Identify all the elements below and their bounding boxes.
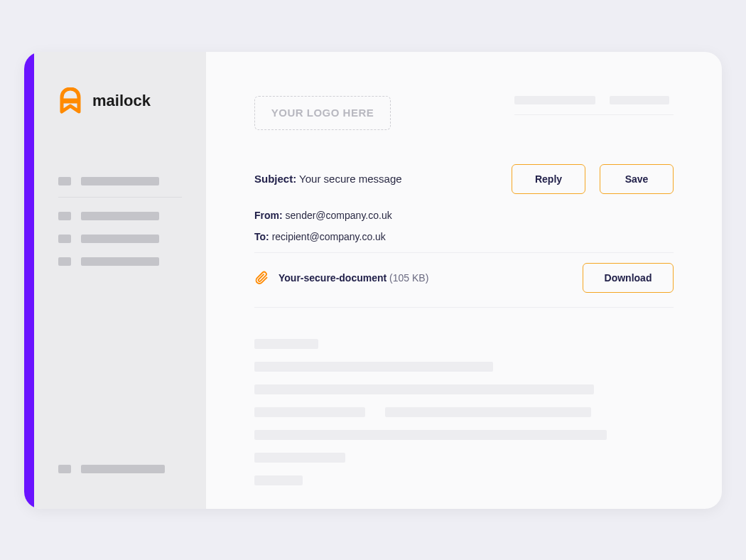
placeholder-icon <box>58 257 71 266</box>
list-item[interactable] <box>58 170 182 198</box>
from-value: sender@company.co.uk <box>286 210 392 221</box>
attachment-row: Your-secure-document (105 KB) Download <box>254 263 674 308</box>
app-window: mailock <box>24 52 722 509</box>
brand-name: mailock <box>92 92 151 110</box>
list-item[interactable] <box>58 227 182 250</box>
to-label: To: <box>254 231 269 242</box>
placeholder-label <box>254 475 303 485</box>
list-item[interactable] <box>58 205 182 227</box>
email-meta: Subject: Your secure message Reply Save … <box>254 164 674 253</box>
to-line: To: recipient@company.co.uk <box>254 231 674 242</box>
attachment-info: Your-secure-document (105 KB) <box>254 271 428 285</box>
paperclip-icon <box>254 271 269 285</box>
placeholder-label <box>254 362 493 372</box>
download-button[interactable]: Download <box>583 263 674 293</box>
sidebar-nav <box>58 170 182 273</box>
email-body <box>254 339 674 485</box>
list-item[interactable] <box>58 250 182 273</box>
placeholder-label <box>385 407 591 417</box>
reply-button[interactable]: Reply <box>512 164 585 194</box>
subject-label: Subject: <box>254 173 296 185</box>
attachment-filename: Your-secure-document <box>279 272 386 284</box>
save-button[interactable]: Save <box>600 164 674 194</box>
subject-text: Subject: Your secure message <box>254 173 402 185</box>
subject-row: Subject: Your secure message Reply Save <box>254 164 674 194</box>
placeholder-label <box>610 96 669 104</box>
placeholder-icon <box>58 465 71 473</box>
from-label: From: <box>254 210 283 221</box>
subject-value: Your secure message <box>299 173 402 185</box>
main-content: YOUR LOGO HERE Subject: Your secure mess… <box>206 52 722 509</box>
placeholder-label <box>254 339 318 349</box>
attachment-filesize: (105 KB) <box>389 272 428 284</box>
attachment-name: Your-secure-document (105 KB) <box>279 272 428 284</box>
mailock-logo-icon <box>58 87 82 114</box>
placeholder-label <box>514 96 595 104</box>
list-item[interactable] <box>58 458 182 480</box>
from-line: From: sender@company.co.uk <box>254 210 674 221</box>
sidebar-footer <box>58 458 182 480</box>
header-meta <box>514 96 674 115</box>
placeholder-label <box>254 430 607 440</box>
sidebar: mailock <box>34 52 206 509</box>
placeholder-label <box>254 453 345 463</box>
to-value: recipient@company.co.uk <box>272 231 386 242</box>
placeholder-icon <box>58 177 71 185</box>
brand-logo: mailock <box>58 87 182 114</box>
placeholder-label <box>81 257 159 266</box>
header-row: YOUR LOGO HERE <box>254 96 674 130</box>
placeholder-label <box>81 235 159 243</box>
logo-placeholder: YOUR LOGO HERE <box>254 96 391 130</box>
placeholder-label <box>81 212 159 220</box>
placeholder-label <box>81 465 165 473</box>
placeholder-icon <box>58 212 71 220</box>
placeholder-label <box>254 384 594 394</box>
email-actions: Reply Save <box>512 164 674 194</box>
accent-bar <box>24 52 34 509</box>
placeholder-label <box>81 177 159 185</box>
placeholder-label <box>254 407 365 417</box>
placeholder-icon <box>58 235 71 243</box>
